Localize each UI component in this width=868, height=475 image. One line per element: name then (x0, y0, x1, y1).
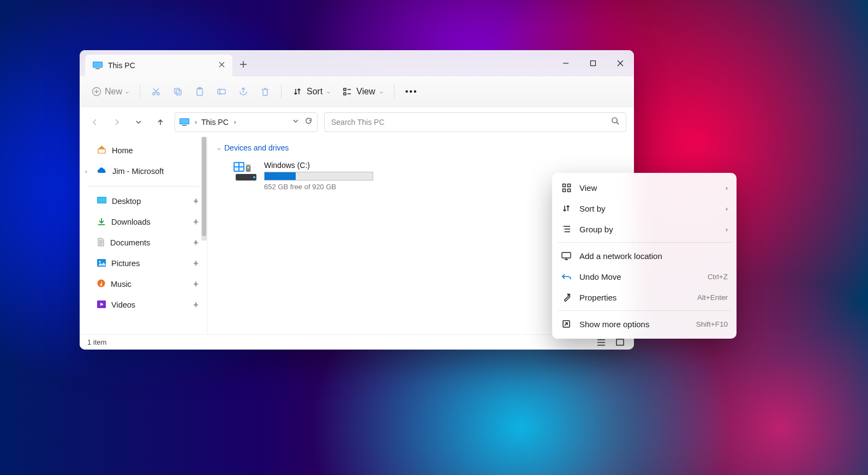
chevron-right-icon: › (726, 225, 728, 233)
undo-icon (561, 271, 572, 282)
scrollbar-thumb[interactable] (202, 137, 206, 236)
sidebar-item-pictures[interactable]: Pictures (80, 253, 207, 274)
context-menu-separator (558, 242, 731, 243)
svg-rect-12 (344, 88, 346, 91)
context-menu: View › Sort by › Group by › Add a networ… (552, 173, 737, 339)
sidebar-item-music[interactable]: Music (80, 274, 207, 294)
context-menu-group-by[interactable]: Group by › (552, 219, 737, 239)
status-bar: 1 item (80, 334, 634, 350)
sidebar-item-label: Home (112, 146, 133, 155)
context-menu-label: Sort by (579, 204, 718, 213)
documents-icon (97, 238, 105, 248)
context-menu-sort-by[interactable]: Sort by › (552, 198, 737, 219)
view-icon (342, 87, 352, 97)
sidebar-item-label: Documents (110, 238, 150, 247)
sidebar-item-desktop[interactable]: Desktop (80, 191, 207, 212)
svg-rect-28 (240, 167, 243, 171)
chevron-right-icon[interactable]: › (195, 118, 197, 126)
pin-icon[interactable] (193, 301, 199, 309)
context-menu-undo-move[interactable]: Undo Move Ctrl+Z (552, 266, 737, 287)
clipboard-icon (195, 87, 205, 97)
drive-name: Windows (C:) (264, 161, 397, 170)
search-icon (611, 117, 619, 127)
maximize-button[interactable] (579, 50, 607, 76)
pin-icon[interactable] (193, 218, 199, 226)
svg-rect-33 (616, 339, 624, 345)
pin-icon[interactable] (193, 280, 199, 288)
drive-icon (234, 161, 258, 182)
toolbar-separator (394, 85, 394, 99)
plus-circle-icon (92, 87, 101, 97)
close-button[interactable] (607, 50, 634, 76)
context-menu-show-more-options[interactable]: Show more options Shift+F10 (552, 314, 737, 334)
context-menu-separator (558, 310, 731, 311)
context-menu-accelerator: Ctrl+Z (708, 273, 728, 281)
group-devices-drives[interactable]: ⌵ Devices and drives (217, 143, 624, 152)
back-button[interactable] (87, 113, 103, 131)
rename-button (212, 82, 231, 101)
address-dropdown-icon[interactable] (292, 117, 299, 127)
sidebar-item-videos[interactable]: Videos (80, 294, 207, 315)
drive-item-c[interactable]: Windows (C:) 652 GB free of 920 GB (234, 160, 397, 192)
svg-rect-13 (344, 93, 346, 95)
wrench-icon (561, 292, 572, 303)
refresh-button[interactable] (304, 117, 313, 127)
sidebar-item-documents[interactable]: Documents (80, 232, 207, 253)
context-menu-view[interactable]: View › (552, 177, 737, 198)
this-pc-icon (179, 118, 189, 126)
scissors-icon (151, 87, 161, 97)
sidebar-item-label: Desktop (112, 197, 141, 206)
svg-rect-34 (562, 184, 565, 187)
sidebar-item-downloads[interactable]: Downloads (80, 212, 207, 232)
svg-rect-16 (182, 125, 187, 126)
more-button[interactable]: ••• (401, 82, 422, 101)
chevron-right-icon: › (726, 184, 728, 192)
new-tab-button[interactable] (232, 52, 254, 76)
tab-close-icon[interactable] (219, 62, 225, 69)
svg-point-21 (99, 261, 101, 262)
delete-button (256, 82, 274, 101)
copy-button (169, 82, 187, 101)
context-menu-properties[interactable]: Properties Alt+Enter (552, 287, 737, 308)
videos-icon (97, 300, 106, 310)
recent-locations-button[interactable] (131, 113, 146, 131)
toolbar-separator (140, 85, 140, 99)
up-button[interactable] (153, 113, 168, 131)
minimize-button[interactable] (552, 50, 579, 76)
pin-icon[interactable] (193, 197, 199, 205)
expand-icon (561, 318, 572, 329)
tab-this-pc[interactable]: This PC (85, 55, 232, 76)
sort-button[interactable]: Sort ⌵ (288, 82, 334, 101)
chevron-down-icon: ⌵ (327, 88, 330, 94)
address-bar[interactable]: › This PC › (175, 112, 318, 132)
chevron-down-icon: ⌵ (380, 88, 383, 94)
sidebar-separator (87, 186, 199, 187)
pin-icon[interactable] (193, 239, 199, 246)
music-icon (97, 279, 105, 289)
sort-icon (292, 87, 302, 97)
context-menu-label: View (579, 183, 718, 193)
body: Home › Jim - Microsoft Desktop Downloads… (80, 137, 634, 334)
new-button[interactable]: New ⌵ (87, 82, 133, 101)
share-icon (238, 87, 248, 97)
sidebar-item-onedrive[interactable]: › Jim - Microsoft (80, 161, 207, 182)
address-segment[interactable]: This PC (201, 118, 229, 127)
forward-button[interactable] (109, 113, 124, 131)
sidebar-item-home[interactable]: Home (80, 140, 207, 161)
desktop-icon (97, 197, 106, 206)
view-button[interactable]: View ⌵ (338, 82, 387, 101)
context-menu-add-network-location[interactable]: Add a network location (552, 245, 737, 266)
chevron-right-icon[interactable]: › (85, 168, 87, 175)
svg-rect-1 (93, 62, 102, 67)
search-box[interactable] (324, 112, 626, 132)
context-menu-accelerator: Alt+Enter (697, 293, 728, 302)
svg-rect-27 (235, 167, 238, 171)
pin-icon[interactable] (193, 260, 199, 267)
sidebar-scrollbar[interactable] (201, 137, 207, 240)
item-count: 1 item (87, 338, 106, 346)
chevron-right-icon[interactable]: › (234, 118, 236, 126)
sidebar-item-label: Pictures (111, 259, 140, 268)
search-input[interactable] (331, 118, 611, 127)
svg-rect-3 (591, 61, 596, 66)
svg-rect-38 (562, 252, 571, 258)
